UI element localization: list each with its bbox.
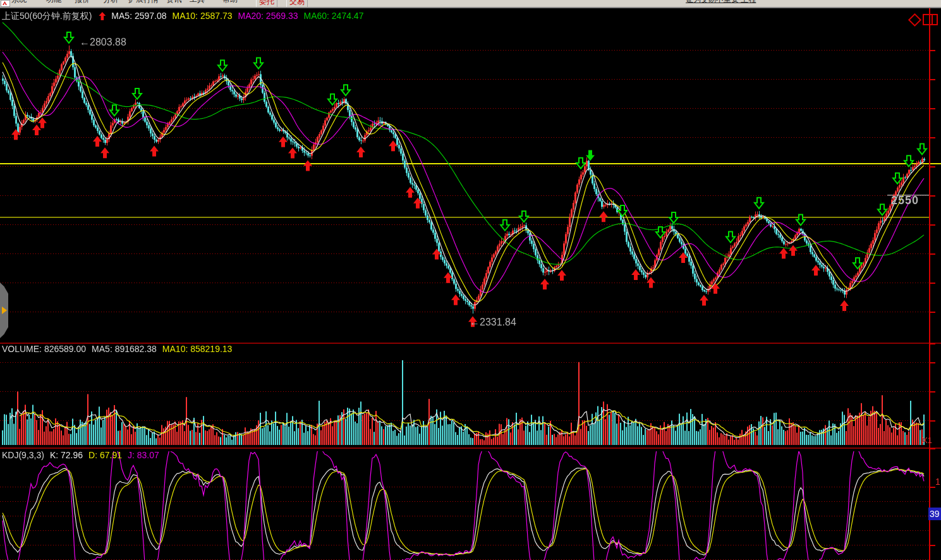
indicator-label: KDJ(9,3,3)	[2, 450, 44, 460]
menu-right-clipped-text: 证为交易不重要 主程	[686, 0, 756, 5]
indicator-label: MA5: 2597.08	[111, 11, 166, 21]
volume-scale-label: X1	[922, 435, 932, 445]
menu-item[interactable]: 扩展行情	[128, 0, 159, 5]
indicator-label: MA20: 2569.33	[238, 11, 298, 21]
kdj-axis-clipped-label: 1	[935, 477, 940, 487]
up-arrow-icon	[99, 12, 106, 20]
menu-item[interactable]: 功能	[46, 0, 61, 5]
kdj-pane-header: KDJ(9,3,3)K: 72.96D: 67.91J: 83.07	[2, 450, 165, 460]
indicator-label: J: 83.07	[128, 450, 159, 460]
menu-item[interactable]: 资讯	[166, 0, 181, 5]
indicator-label: MA5: 891682.38	[92, 344, 157, 354]
app-icon[interactable]	[1, 0, 10, 7]
menu-item[interactable]: 报价	[75, 0, 90, 5]
volume-pane-header: VOLUME: 826589.00MA5: 891682.38MA10: 858…	[2, 344, 238, 354]
ma-value-labels: MA5: 2597.08MA10: 2587.73MA20: 2569.33MA…	[111, 11, 369, 21]
indicator-label: MA10: 858219.13	[162, 344, 233, 354]
expand-right-icon	[2, 307, 7, 314]
menu-item[interactable]: 工具	[190, 0, 205, 5]
price-level-label: 2550	[891, 194, 919, 207]
indicator-label: MA60: 2474.47	[303, 11, 363, 21]
trade-button[interactable]: 交易	[286, 0, 308, 8]
trading-terminal: 系统功能报价分析扩展行情资讯工具帮助委托交易 证为交易不重要 主程 上证50(6…	[0, 0, 941, 560]
indicator-label: K: 72.96	[50, 450, 83, 460]
trade-button[interactable]: 委托	[256, 0, 277, 8]
menu-item[interactable]: 分析	[103, 0, 118, 5]
indicator-label: D: 67.91	[88, 450, 122, 460]
menu-item[interactable]: 系统	[11, 0, 27, 5]
price-chart-canvas[interactable]	[0, 0, 941, 560]
menu-item[interactable]: 帮助	[222, 0, 238, 5]
split-layout-icon[interactable]	[923, 14, 938, 25]
app-logo-glyph	[3, 1, 7, 5]
chart-title: 上证50(60分钟.前复权)	[2, 11, 92, 21]
menu-bar: 系统功能报价分析扩展行情资讯工具帮助委托交易 证为交易不重要 主程	[0, 0, 941, 8]
indicator-label: VOLUME: 826589.00	[2, 344, 86, 354]
kdj-value-badge: 39	[928, 508, 941, 520]
high-price-annotation: ←2803.88	[80, 37, 126, 48]
low-price-annotation: ←2331.84	[470, 317, 516, 328]
indicator-label: MA10: 2587.73	[173, 11, 233, 21]
main-pane-header: 上证50(60分钟.前复权)MA5: 2597.08MA10: 2587.73M…	[2, 11, 375, 22]
